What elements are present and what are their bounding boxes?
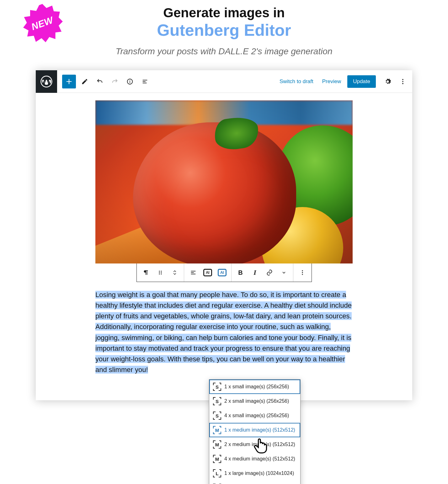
dropdown-item-1[interactable]: S2 x small image(s) (256x256) [209, 394, 300, 408]
outline-icon[interactable] [139, 75, 151, 88]
dropdown-item-2[interactable]: S4 x small image(s) (256x256) [209, 408, 300, 423]
editor-topbar: Switch to draft Preview Update [36, 70, 412, 93]
svg-point-17 [159, 274, 160, 274]
dropdown-item-0[interactable]: S1 x small image(s) (256x256) [209, 380, 300, 394]
more-options-icon[interactable] [295, 265, 310, 280]
post-feature-image[interactable] [95, 100, 353, 263]
switch-draft-link[interactable]: Switch to draft [275, 78, 318, 85]
undo-icon[interactable] [93, 75, 106, 88]
link-icon[interactable] [262, 265, 277, 280]
dropdown-item-7[interactable]: L2 x large image(s) (1024x1024) [209, 481, 300, 484]
size-bracket-icon: M [213, 455, 221, 463]
align-icon[interactable] [186, 265, 200, 280]
svg-point-13 [159, 271, 160, 272]
svg-point-16 [161, 272, 162, 273]
size-bracket-icon: S [213, 412, 221, 420]
editor-content: AI AI B I Losing weight is a goal that m… [36, 93, 412, 400]
dropdown-item-label: 4 x medium image(s) (512x512) [224, 456, 295, 462]
paragraph-icon[interactable] [139, 265, 153, 280]
dropdown-item-6[interactable]: L1 x large image(s) (1024x1024) [209, 466, 300, 481]
dropdown-item-5[interactable]: M4 x medium image(s) (512x512) [209, 452, 300, 466]
ai-image-button[interactable]: AI [215, 265, 229, 280]
options-kebab-icon[interactable] [397, 75, 409, 88]
size-bracket-icon: M [213, 426, 221, 434]
dropdown-item-label: 1 x medium image(s) (512x512) [224, 427, 295, 433]
svg-point-18 [161, 274, 162, 274]
image-size-dropdown: S1 x small image(s) (256x256)S2 x small … [209, 379, 301, 484]
dropdown-item-label: 4 x small image(s) (256x256) [224, 413, 289, 418]
svg-point-24 [302, 274, 303, 275]
hero-title-line2: Gutenberg Editor [0, 21, 448, 40]
redo-icon[interactable] [109, 75, 121, 88]
hero-subtitle: Transform your posts with DALL.E 2's ima… [0, 46, 448, 56]
move-arrows-icon[interactable] [168, 265, 182, 280]
svg-point-15 [159, 272, 160, 273]
selected-text[interactable]: Losing weight is a goal that many people… [95, 291, 352, 374]
edit-icon[interactable] [78, 75, 91, 88]
drag-handle-icon[interactable] [153, 265, 168, 280]
block-toolbar: AI AI B I [136, 263, 312, 282]
update-button[interactable]: Update [347, 75, 376, 88]
italic-button[interactable]: I [248, 265, 262, 280]
size-bracket-icon: L [213, 469, 221, 477]
post-body-text[interactable]: Losing weight is a goal that many people… [95, 290, 353, 375]
wordpress-logo[interactable] [36, 70, 57, 93]
svg-point-14 [161, 271, 162, 272]
dropdown-item-label: 2 x small image(s) (256x256) [224, 398, 289, 404]
svg-point-11 [402, 81, 403, 82]
svg-point-10 [402, 79, 403, 80]
settings-gear-icon[interactable] [381, 75, 394, 88]
svg-point-6 [130, 80, 130, 81]
dropdown-item-label: 1 x large image(s) (1024x1024) [224, 471, 294, 476]
dropdown-item-label: 1 x small image(s) (256x256) [224, 384, 289, 390]
hero: Generate images in Gutenberg Editor Tran… [0, 0, 448, 56]
hero-title-line1: Generate images in [0, 6, 448, 20]
size-bracket-icon: S [213, 397, 221, 405]
svg-point-12 [402, 83, 403, 84]
preview-link[interactable]: Preview [318, 78, 345, 85]
add-block-button[interactable] [62, 75, 76, 88]
bold-button[interactable]: B [233, 265, 248, 280]
chevron-down-icon[interactable] [277, 265, 291, 280]
dropdown-item-3[interactable]: M1 x medium image(s) (512x512) [209, 423, 300, 437]
info-icon[interactable] [124, 75, 136, 88]
svg-point-22 [302, 270, 303, 271]
editor-window: Switch to draft Preview Update [36, 70, 412, 400]
size-bracket-icon: M [213, 440, 221, 449]
ai-text-button[interactable]: AI [200, 265, 215, 280]
size-bracket-icon: S [213, 383, 221, 391]
dropdown-item-4[interactable]: M2 x medium image(s) (512x512) [209, 437, 300, 452]
svg-point-23 [302, 272, 303, 273]
dropdown-item-label: 2 x medium image(s) (512x512) [224, 442, 295, 447]
new-badge: NEW [22, 3, 63, 44]
